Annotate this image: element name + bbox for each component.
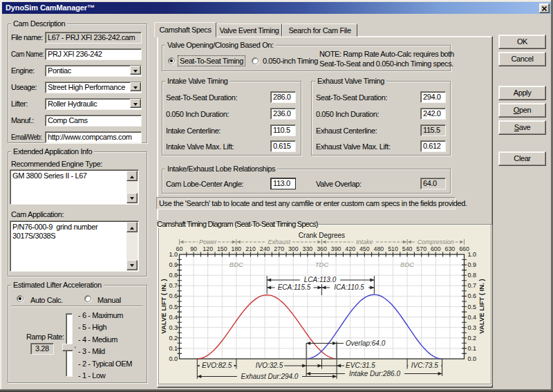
svg-text:0.1: 0.1 xyxy=(169,345,178,352)
svg-text:210: 210 xyxy=(245,245,256,252)
svg-text:0.7: 0.7 xyxy=(468,282,477,289)
svg-text:570: 570 xyxy=(416,245,427,252)
svg-text:Power: Power xyxy=(199,239,218,245)
svg-text:Exhaust: Exhaust xyxy=(268,239,290,245)
svg-text:0.9: 0.9 xyxy=(468,261,477,268)
svg-text:120: 120 xyxy=(203,245,213,252)
svg-text:420: 420 xyxy=(345,245,355,252)
svg-text:Intake: Intake xyxy=(356,239,373,245)
svg-text:300: 300 xyxy=(288,245,299,252)
svg-text:0.6: 0.6 xyxy=(169,292,178,299)
svg-text:0.5: 0.5 xyxy=(169,304,178,310)
svg-text:0.3: 0.3 xyxy=(169,324,178,331)
svg-text:EVC:31.5: EVC:31.5 xyxy=(346,362,375,369)
svg-text:1.0: 1.0 xyxy=(468,251,477,258)
svg-text:0.5: 0.5 xyxy=(468,304,477,310)
svg-text:ECA:115.5: ECA:115.5 xyxy=(278,283,311,291)
svg-text:630: 630 xyxy=(445,245,456,252)
svg-text:IVC:73.5: IVC:73.5 xyxy=(411,362,438,369)
svg-text:0.2: 0.2 xyxy=(169,335,178,342)
svg-text:Exhaust Dur:294.0: Exhaust Dur:294.0 xyxy=(241,373,299,380)
svg-text:450: 450 xyxy=(359,245,370,252)
svg-text:0.2: 0.2 xyxy=(468,335,477,342)
svg-text:VALVE LIFT ( IN. ): VALVE LIFT ( IN. ) xyxy=(160,279,167,333)
svg-text:0.8: 0.8 xyxy=(169,272,178,279)
svg-text:Overlap:64.0: Overlap:64.0 xyxy=(346,339,386,347)
svg-text:270: 270 xyxy=(274,245,284,252)
svg-text:0.0: 0.0 xyxy=(169,355,178,362)
svg-text:Compression: Compression xyxy=(418,239,454,245)
svg-text:0.3: 0.3 xyxy=(468,324,477,331)
svg-text:EVO:82.5: EVO:82.5 xyxy=(202,362,232,369)
svg-text:VALVE LIFT ( IN. ): VALVE LIFT ( IN. ) xyxy=(478,279,485,333)
svg-text:Crank Degrees: Crank Degrees xyxy=(299,232,345,239)
svg-text:0.7: 0.7 xyxy=(169,282,178,289)
svg-text:0.4: 0.4 xyxy=(468,314,477,321)
svg-text:180: 180 xyxy=(232,245,242,252)
svg-text:0.8: 0.8 xyxy=(468,272,477,279)
svg-text:BDC: BDC xyxy=(229,261,243,268)
svg-text:240: 240 xyxy=(260,245,270,252)
svg-text:ICA:110.5: ICA:110.5 xyxy=(334,283,364,291)
svg-text:360: 360 xyxy=(317,245,327,252)
svg-text:0.1: 0.1 xyxy=(468,345,477,352)
svg-text:1.0: 1.0 xyxy=(169,251,178,258)
svg-text:0.4: 0.4 xyxy=(169,314,178,321)
svg-text:0.6: 0.6 xyxy=(468,292,477,299)
svg-text:510: 510 xyxy=(388,245,398,252)
svg-text:330: 330 xyxy=(303,245,313,252)
svg-text:0.9: 0.9 xyxy=(169,261,178,268)
svg-text:BDC: BDC xyxy=(400,261,414,268)
svg-text:390: 390 xyxy=(331,245,341,252)
svg-text:540: 540 xyxy=(402,245,413,252)
svg-text:LCA:113.0: LCA:113.0 xyxy=(304,276,337,283)
svg-text:IVO:32.5: IVO:32.5 xyxy=(256,362,283,369)
svg-text:150: 150 xyxy=(217,245,227,252)
svg-text:0.0: 0.0 xyxy=(468,355,477,362)
svg-text:600: 600 xyxy=(431,245,441,252)
svg-text:TDC: TDC xyxy=(315,261,329,268)
svg-text:Intake Dur:286.0: Intake Dur:286.0 xyxy=(349,370,400,377)
svg-text:90: 90 xyxy=(190,245,197,252)
svg-text:480: 480 xyxy=(374,245,384,252)
